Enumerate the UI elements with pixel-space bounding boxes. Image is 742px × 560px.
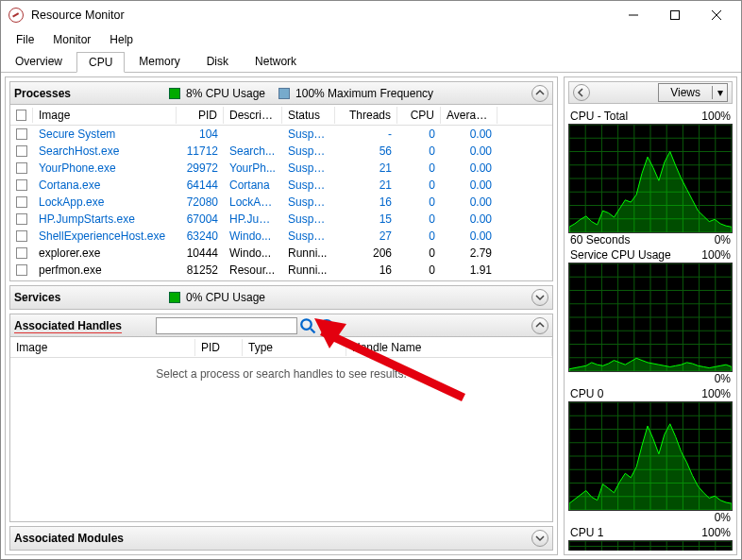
expand-button[interactable] <box>531 289 548 306</box>
title-bar: Resource Monitor <box>1 1 741 29</box>
table-row[interactable]: perfmon.exe81252Resour... Runni...1601.9… <box>10 262 552 279</box>
tab-disk[interactable]: Disk <box>194 51 241 72</box>
search-handles-input[interactable] <box>156 317 297 334</box>
tab-bar: Overview CPU Memory Disk Network <box>1 50 741 73</box>
table-row[interactable]: HP.JumpStarts.exe67004HP.Jum... Suspe...… <box>10 211 552 228</box>
services-usage-badge: 0% CPU Usage <box>169 291 265 304</box>
menu-monitor[interactable]: Monitor <box>43 31 100 48</box>
search-icon[interactable] <box>299 317 316 334</box>
handles-hint: Select a process or search handles to se… <box>10 358 552 381</box>
row-checkbox[interactable] <box>16 145 27 157</box>
services-panel: Services 0% CPU Usage <box>9 285 553 310</box>
app-icon <box>8 8 24 23</box>
cpu-usage-badge: 8% CPU Usage <box>169 87 265 100</box>
charts-pane: Views ▾ CPU - Total100% 60 Seconds0% Ser… <box>564 76 737 555</box>
col-image[interactable]: Image <box>33 107 177 124</box>
modules-panel: Associated Modules <box>9 526 553 551</box>
hcol-pid[interactable]: PID <box>195 339 243 356</box>
select-all-checkbox[interactable] <box>16 110 26 121</box>
green-square-icon <box>169 292 180 303</box>
modules-title: Associated Modules <box>14 532 156 545</box>
dropdown-arrow-icon: ▾ <box>712 86 727 99</box>
table-row[interactable]: SearchHost.exe11712Search... Suspe...560… <box>10 143 552 160</box>
col-status[interactable]: Status <box>282 107 335 124</box>
freq-badge: 100% Maximum Frequency <box>278 87 433 100</box>
tab-cpu[interactable]: CPU <box>76 52 125 73</box>
processes-title: Processes <box>14 87 156 100</box>
menu-file[interactable]: File <box>7 31 43 48</box>
menu-bar: File Monitor Help <box>1 29 741 50</box>
maximize-button[interactable] <box>654 2 696 28</box>
processes-panel: Processes 8% CPU Usage 100% Maximum Freq… <box>9 81 553 281</box>
handles-header-row: Image PID Type Handle Name <box>10 337 552 358</box>
col-desc[interactable]: Descrip... <box>224 107 282 124</box>
collapse-button[interactable] <box>531 85 548 102</box>
chart-cpu0: CPU 0100% 0% <box>568 387 733 524</box>
refresh-icon[interactable] <box>318 317 335 334</box>
row-checkbox[interactable] <box>16 128 27 140</box>
blue-square-icon <box>278 88 290 99</box>
row-checkbox[interactable] <box>16 179 27 191</box>
hcol-handle[interactable]: Handle Name <box>346 339 552 356</box>
services-title: Services <box>14 291 156 304</box>
tab-memory[interactable]: Memory <box>126 51 192 72</box>
processes-list[interactable]: Secure System104 Suspe...-00.00 SearchHo… <box>10 126 552 280</box>
svg-point-4 <box>301 319 312 330</box>
menu-help[interactable]: Help <box>100 31 143 48</box>
tab-network[interactable]: Network <box>243 51 309 72</box>
col-threads[interactable]: Threads <box>335 107 397 124</box>
col-cpu[interactable]: CPU <box>397 107 441 124</box>
svg-rect-1 <box>671 11 680 20</box>
close-button[interactable] <box>696 2 737 28</box>
tab-overview[interactable]: Overview <box>3 51 75 72</box>
table-row[interactable]: LockApp.exe72080LockAp... Suspe...1600.0… <box>10 194 552 211</box>
handles-panel: Associated Handles Image PID Type Handle… <box>9 314 553 522</box>
handles-title: Associated Handles <box>14 319 156 332</box>
green-square-icon <box>169 88 180 99</box>
window-title: Resource Monitor <box>31 8 613 22</box>
table-row[interactable]: Cortana.exe64144Cortana Suspe...2100.00 <box>10 177 552 194</box>
processes-header-row: Image PID Descrip... Status Threads CPU … <box>10 105 552 126</box>
charts-collapse-button[interactable] <box>573 84 590 101</box>
col-pid[interactable]: PID <box>177 107 224 124</box>
hcol-type[interactable]: Type <box>243 339 346 356</box>
expand-button[interactable] <box>531 530 548 547</box>
row-checkbox[interactable] <box>16 230 27 242</box>
table-row[interactable]: Secure System104 Suspe...-00.00 <box>10 126 552 143</box>
minimize-button[interactable] <box>613 2 654 28</box>
table-row[interactable]: YourPhone.exe29972YourPh... Suspe...2100… <box>10 160 552 177</box>
row-checkbox[interactable] <box>16 247 27 259</box>
svg-line-5 <box>311 329 315 333</box>
row-checkbox[interactable] <box>16 162 27 174</box>
table-row[interactable]: ShellExperienceHost.exe63240Windo... Sus… <box>10 228 552 245</box>
collapse-button[interactable] <box>531 317 548 334</box>
table-row[interactable]: explorer.exe10444Windo... Runni...20602.… <box>10 245 552 262</box>
chart-service-cpu: Service CPU Usage100% 0% <box>568 248 733 385</box>
chart-cpu-total: CPU - Total100% 60 Seconds0% <box>568 110 733 246</box>
hcol-image[interactable]: Image <box>10 339 195 356</box>
views-dropdown[interactable]: Views ▾ <box>658 83 728 102</box>
col-avg[interactable]: Averag... <box>441 107 497 124</box>
row-checkbox[interactable] <box>16 264 27 276</box>
chart-cpu1: CPU 1100% <box>568 526 733 551</box>
row-checkbox[interactable] <box>16 213 27 225</box>
row-checkbox[interactable] <box>16 196 27 208</box>
